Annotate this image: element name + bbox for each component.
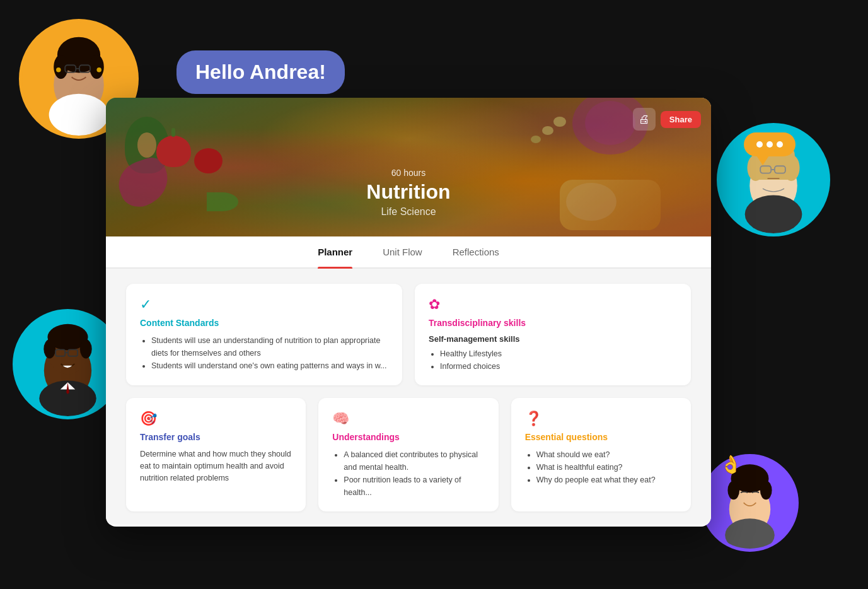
hero-banner: 🖨 Share 60 hours Nutrition Life Science bbox=[106, 98, 711, 236]
target-icon: 🎯 bbox=[140, 411, 292, 427]
question-icon: ❓ bbox=[525, 411, 677, 427]
transdisciplinary-item-1: Healthy Lifestyles bbox=[440, 347, 677, 360]
essential-questions-card: ❓ Essential questions What should we eat… bbox=[511, 398, 691, 511]
ok-badge: 👌 bbox=[720, 454, 742, 475]
transfer-goals-title: Transfer goals bbox=[140, 432, 292, 442]
understandings-card: 🧠 Understandings A balanced diet contrib… bbox=[318, 398, 498, 511]
essential-questions-list: What should we eat? What is healthful ea… bbox=[525, 448, 677, 486]
svg-point-9 bbox=[49, 94, 109, 136]
flower-icon: ✿ bbox=[429, 296, 677, 313]
svg-point-39 bbox=[760, 481, 772, 499]
transfer-goals-card: 🎯 Transfer goals Determine what and how … bbox=[126, 398, 306, 511]
bottom-cards-row: 🎯 Transfer goals Determine what and how … bbox=[126, 398, 691, 511]
svg-rect-18 bbox=[753, 165, 794, 180]
content-standards-list: Students will use an understanding of nu… bbox=[140, 334, 388, 372]
svg-point-38 bbox=[727, 481, 739, 499]
chat-dot-3 bbox=[777, 141, 783, 148]
essential-questions-item-3: Why do people eat what they eat? bbox=[536, 474, 677, 486]
hero-subtitle: Life Science bbox=[106, 206, 711, 218]
transdisciplinary-subtitle: Self-management skills bbox=[429, 334, 677, 344]
svg-point-5 bbox=[90, 55, 104, 79]
transdisciplinary-item-2: Informed choices bbox=[440, 360, 677, 373]
svg-point-10 bbox=[56, 67, 61, 73]
svg-point-23 bbox=[745, 195, 802, 233]
hero-actions: 🖨 Share bbox=[633, 108, 701, 131]
transdisciplinary-card: ✿ Transdisciplinary skills Self-manageme… bbox=[415, 284, 691, 385]
print-button[interactable]: 🖨 bbox=[633, 108, 656, 131]
print-icon: 🖨 bbox=[639, 113, 650, 126]
planner-content: ✓ Content Standards Students will use an… bbox=[106, 269, 711, 525]
transfer-goals-text: Determine what and how much they should … bbox=[140, 448, 292, 484]
tab-bar: Planner Unit Flow Reflections bbox=[106, 236, 711, 269]
check-icon: ✓ bbox=[140, 296, 388, 313]
svg-point-40 bbox=[725, 518, 775, 551]
tab-unit-flow[interactable]: Unit Flow bbox=[383, 236, 422, 267]
chat-bubble bbox=[744, 132, 796, 156]
essential-questions-item-1: What should we eat? bbox=[536, 448, 677, 461]
svg-point-11 bbox=[96, 67, 101, 73]
greeting-bubble: Hello Andrea! bbox=[176, 50, 345, 94]
tab-reflections[interactable]: Reflections bbox=[453, 236, 499, 267]
understandings-title: Understandings bbox=[332, 432, 484, 442]
hero-content: 60 hours Nutrition Life Science bbox=[106, 168, 711, 218]
essential-questions-title: Essential questions bbox=[525, 432, 677, 442]
chat-dot-1 bbox=[756, 141, 763, 148]
transdisciplinary-list: Healthy Lifestyles Informed choices bbox=[429, 347, 677, 373]
content-standards-title: Content Standards bbox=[140, 318, 388, 328]
greeting-text: Hello Andrea! bbox=[195, 61, 326, 83]
understandings-item-1: A balanced diet contributes to physical … bbox=[344, 448, 484, 474]
brain-icon: 🧠 bbox=[332, 411, 484, 427]
svg-point-29 bbox=[80, 339, 92, 358]
avatar-asian bbox=[701, 454, 799, 552]
essential-questions-item-2: What is healthful eating? bbox=[536, 461, 677, 474]
chat-dot-2 bbox=[767, 141, 773, 148]
content-standards-item-2: Students will understand one's own eatin… bbox=[151, 359, 388, 372]
hero-title: Nutrition bbox=[106, 180, 711, 204]
understandings-list: A balanced diet contributes to physical … bbox=[332, 448, 484, 499]
share-button[interactable]: Share bbox=[661, 111, 701, 128]
svg-point-4 bbox=[54, 55, 68, 79]
content-standards-card: ✓ Content Standards Students will use an… bbox=[126, 284, 402, 385]
understandings-item-2: Poor nutrition leads to a variety of hea… bbox=[344, 474, 484, 499]
content-standards-item-1: Students will use an understanding of nu… bbox=[151, 334, 388, 359]
main-card: 🖨 Share 60 hours Nutrition Life Science … bbox=[106, 98, 711, 527]
transdisciplinary-title: Transdisciplinary skills bbox=[429, 318, 677, 328]
tab-planner[interactable]: Planner bbox=[318, 236, 352, 267]
hero-hours: 60 hours bbox=[106, 168, 711, 178]
svg-point-28 bbox=[43, 339, 55, 358]
